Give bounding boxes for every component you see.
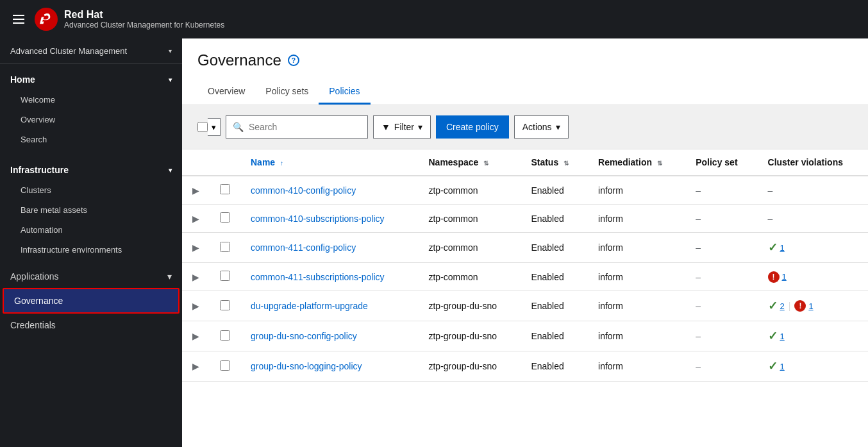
row-namespace: ztp-common (418, 176, 521, 205)
status-sort-icon[interactable]: ⇅ (563, 160, 569, 167)
sidebar-item-applications[interactable]: Applications ▾ (0, 265, 182, 288)
table-row: ▶group-du-sno-logging-policyztp-group-du… (182, 351, 868, 382)
brand-logo: Red Hat Advanced Cluster Management for … (35, 8, 224, 31)
row-expander[interactable]: ▶ (182, 263, 210, 291)
cluster-selector[interactable]: Advanced Cluster Management ▾ (0, 38, 182, 64)
sidebar-item-governance-label: Governance (14, 296, 63, 306)
sidebar-item-search[interactable]: Search (0, 130, 182, 149)
violation-count-link[interactable]: 1 (780, 362, 785, 371)
cluster-selector-label: Advanced Cluster Management (10, 46, 127, 56)
row-checkbox-cell (210, 321, 240, 351)
row-checkbox[interactable] (220, 242, 230, 252)
sidebar-item-overview[interactable]: Overview (0, 110, 182, 130)
cluster-selector-chevron-icon: ▾ (169, 47, 172, 55)
table-row: ▶common-410-subscriptions-policyztp-comm… (182, 205, 868, 233)
main-layout: Advanced Cluster Management ▾ Home ▾ Wel… (0, 38, 868, 447)
actions-button[interactable]: Actions ▾ (514, 115, 569, 139)
row-remediation: inform (588, 291, 685, 321)
violation-count-link[interactable]: 1 (780, 243, 785, 253)
row-expander[interactable]: ▶ (182, 176, 210, 205)
row-checkbox-cell (210, 351, 240, 382)
sidebar-section-home-header[interactable]: Home ▾ (0, 69, 182, 90)
row-expander[interactable]: ▶ (182, 233, 210, 263)
row-checkbox[interactable] (220, 271, 230, 281)
table-row: ▶common-411-config-policyztp-commonEnabl… (182, 233, 868, 263)
sidebar-item-automation[interactable]: Automation (0, 220, 182, 240)
row-checkbox-cell (210, 233, 240, 263)
row-checkbox[interactable] (220, 212, 230, 223)
policy-link[interactable]: group-du-sno-logging-policy (251, 361, 362, 371)
policy-link[interactable]: common-410-config-policy (251, 185, 356, 196)
violation-count-link[interactable]: 1 (782, 272, 787, 282)
row-name: group-du-sno-config-policy (240, 321, 418, 351)
row-expander[interactable]: ▶ (182, 321, 210, 351)
sidebar-item-infrastructure-environments[interactable]: Infrastructure environments (0, 240, 182, 260)
row-checkbox[interactable] (220, 330, 230, 341)
row-remediation: inform (588, 263, 685, 291)
sidebar-section-infrastructure-label: Infrastructure (10, 165, 69, 175)
row-expander[interactable]: ▶ (182, 351, 210, 382)
row-status: Enabled (521, 321, 588, 351)
remediation-sort-icon[interactable]: ⇅ (657, 160, 662, 167)
violation-count-link[interactable]: 1 (780, 332, 785, 341)
row-policy-set: – (685, 176, 757, 205)
namespace-sort-icon[interactable]: ⇅ (483, 160, 488, 167)
th-expander (182, 149, 210, 176)
svg-point-0 (35, 8, 58, 31)
row-checkbox[interactable] (220, 360, 230, 371)
row-namespace: ztp-common (418, 233, 521, 263)
violations-combined: ✓ 2 | ! 1 (768, 299, 858, 313)
select-all-dropdown-button[interactable]: ▾ (208, 118, 221, 136)
filter-button[interactable]: ▼ Filter ▾ (373, 115, 431, 139)
tab-policy-sets[interactable]: Policy sets (255, 80, 319, 105)
sidebar: Advanced Cluster Management ▾ Home ▾ Wel… (0, 38, 182, 447)
th-cluster-violations: Cluster violations (758, 149, 868, 176)
row-checkbox[interactable] (220, 184, 230, 194)
sidebar-item-welcome[interactable]: Welcome (0, 90, 182, 110)
policy-link[interactable]: common-411-subscriptions-policy (251, 272, 385, 282)
row-name: group-du-sno-logging-policy (240, 351, 418, 382)
policy-link[interactable]: common-410-subscriptions-policy (251, 214, 385, 224)
policy-link[interactable]: group-du-sno-config-policy (251, 331, 357, 341)
main-content: Governance ? Overview Policy sets Polici… (182, 38, 868, 447)
tabs: Overview Policy sets Policies (197, 80, 853, 105)
tab-policies[interactable]: Policies (319, 80, 370, 105)
select-all-checkbox[interactable] (197, 122, 208, 132)
policy-link[interactable]: common-411-config-policy (251, 242, 356, 253)
row-checkbox-cell (210, 263, 240, 291)
error-circle-icon: ! (794, 300, 806, 312)
row-remediation: inform (588, 205, 685, 233)
row-expander[interactable]: ▶ (182, 205, 210, 233)
search-input[interactable] (249, 122, 361, 132)
check-violation-badge: ✓ 2 (768, 299, 785, 313)
sidebar-item-credentials[interactable]: Credentials (0, 314, 182, 337)
sidebar-section-infrastructure: Infrastructure ▾ Clusters Bare metal ass… (0, 155, 182, 265)
sidebar-section-infrastructure-chevron-icon: ▾ (169, 167, 172, 174)
sidebar-section-infrastructure-header[interactable]: Infrastructure ▾ (0, 160, 182, 180)
hamburger-menu[interactable] (10, 12, 27, 26)
row-checkbox[interactable] (220, 300, 230, 310)
row-expander[interactable]: ▶ (182, 291, 210, 321)
error-violation-badge: ! 1 (794, 300, 813, 312)
check-violation-count-link[interactable]: 2 (780, 301, 785, 311)
row-name: common-410-subscriptions-policy (240, 205, 418, 233)
th-name[interactable]: Name ↑ (240, 149, 418, 176)
create-policy-button[interactable]: Create policy (436, 115, 509, 139)
filter-chevron-icon: ▾ (418, 122, 422, 132)
row-cluster-violations: ✓ 1 (758, 233, 868, 263)
sidebar-item-clusters[interactable]: Clusters (0, 180, 182, 200)
row-policy-set: – (685, 205, 757, 233)
brand-subtitle: Advanced Cluster Management for Kubernet… (64, 21, 224, 30)
error-violation-count-link[interactable]: 1 (808, 301, 813, 311)
check-circle-icon: ✓ (768, 240, 778, 255)
th-status: Status ⇅ (521, 149, 588, 176)
name-sort-asc-icon: ↑ (280, 160, 283, 167)
policy-link[interactable]: du-upgrade-platform-upgrade (251, 301, 368, 311)
help-icon[interactable]: ? (288, 55, 299, 66)
error-circle-icon: ! (768, 271, 780, 283)
tab-overview[interactable]: Overview (197, 80, 255, 105)
sidebar-item-governance[interactable]: Governance (3, 288, 179, 314)
sidebar-item-bare-metal-assets[interactable]: Bare metal assets (0, 200, 182, 220)
row-namespace: ztp-common (418, 263, 521, 291)
violation-badge: ✓ 1 (768, 359, 785, 373)
